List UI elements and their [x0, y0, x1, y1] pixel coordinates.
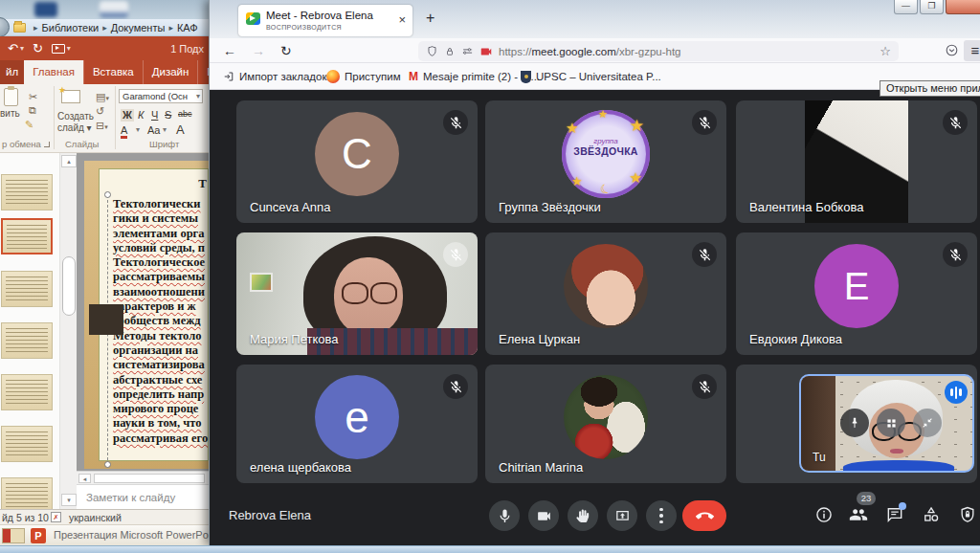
horizontal-scrollbar[interactable]: ◂: [77, 471, 209, 484]
scroll-up-icon[interactable]: ▴: [61, 155, 77, 167]
slide-thumbnail[interactable]: [1, 374, 53, 410]
slide-thumbnail[interactable]: [1, 322, 53, 359]
slide-thumbnail[interactable]: [1, 174, 53, 210]
tab-transitions[interactable]: Переходы: [197, 60, 209, 84]
new-slide-label-1[interactable]: Создать: [57, 111, 94, 122]
slide-thumbnail[interactable]: [1, 271, 53, 307]
apps-layout-button[interactable]: [877, 409, 905, 437]
slide-layout-icon[interactable]: ▤▾: [96, 92, 109, 102]
bookmark-star-icon[interactable]: ☆: [880, 44, 891, 58]
mic-toggle-button[interactable]: [489, 500, 520, 531]
camera-permission-icon[interactable]: [479, 45, 493, 58]
bookmark-getting-started[interactable]: Приступим: [326, 63, 401, 90]
camera-toggle-button[interactable]: [528, 500, 559, 531]
participant-tile-cunceva[interactable]: C Cunceva Anna: [236, 100, 478, 223]
collapse-button[interactable]: [913, 409, 942, 437]
bookmark-upsc[interactable]: UPSC – Universitatea P...: [521, 63, 661, 90]
paste-label[interactable]: вить: [0, 108, 20, 119]
slide-notes-field[interactable]: Заметки к слайду: [77, 484, 209, 509]
selection-handle[interactable]: [104, 461, 111, 468]
language-indicator[interactable]: украинский: [69, 512, 122, 523]
url-text[interactable]: https://meet.google.com/xbr-gzpu-htg: [499, 46, 681, 57]
breadcrumb-item-kaf[interactable]: КАФ: [177, 22, 198, 33]
scrollbar-thumb[interactable]: [62, 256, 76, 316]
participant-tile-chitrian[interactable]: Chitrian Marina: [485, 365, 726, 483]
app-menu-icon[interactable]: ≡: [964, 40, 980, 61]
thumbnail-scrollbar[interactable]: ▴ ▾: [59, 153, 77, 509]
participants-button[interactable]: [849, 505, 868, 524]
font-color-button[interactable]: А: [121, 125, 127, 139]
participant-tile-zvezdochki[interactable]: группа ЗВЁЗДОЧКА ★ ★ ★ ★ ★ ☾ Группа Звёз…: [485, 100, 726, 223]
raise-hand-button[interactable]: [568, 500, 598, 531]
self-view-tile[interactable]: Tu: [736, 365, 977, 483]
change-case-dropdown-icon[interactable]: ▾: [163, 126, 167, 134]
participant-tile-dikova[interactable]: E Евдокия Дикова: [736, 232, 977, 355]
tab-file[interactable]: йл: [0, 60, 24, 84]
explorer-back-button[interactable]: [0, 17, 10, 37]
slide-thumbnail-selected[interactable]: [1, 218, 53, 254]
undo-dropdown-icon[interactable]: ▾: [20, 45, 24, 53]
spellcheck-icon[interactable]: ✗: [51, 512, 61, 522]
tab-close-icon[interactable]: ×: [398, 12, 406, 27]
lock-icon[interactable]: [444, 46, 456, 57]
redo-icon[interactable]: ↻: [33, 42, 43, 55]
present-button[interactable]: [607, 500, 637, 531]
format-painter-icon[interactable]: ✎: [25, 120, 33, 130]
window-maximize-button[interactable]: ❐: [920, 0, 944, 14]
permissions-icon[interactable]: [461, 45, 474, 57]
abc-button[interactable]: abc: [178, 110, 192, 119]
new-tab-button[interactable]: +: [426, 10, 434, 27]
breadcrumb-item-libraries[interactable]: Библиотеки: [42, 22, 100, 33]
tab-playing-status[interactable]: ВОСПРОИЗВОДИТСЯ: [266, 24, 342, 31]
tab-home[interactable]: Главная: [24, 60, 83, 84]
pin-button[interactable]: [840, 409, 869, 437]
reset-slide-icon[interactable]: ↺: [96, 106, 104, 117]
slide-thumbnail[interactable]: [1, 426, 53, 462]
back-button[interactable]: ←: [223, 41, 236, 60]
tracking-shield-icon[interactable]: [426, 45, 438, 57]
forward-button[interactable]: →: [252, 41, 265, 60]
qat-customize-icon[interactable]: ▾: [67, 45, 71, 53]
participant-tile-petkova[interactable]: Мария Петкова: [236, 232, 478, 355]
host-controls-button[interactable]: [958, 505, 977, 524]
explorer-address-bar[interactable]: ▸ Библиотеки ▸ Документы ▸ КАФ: [0, 19, 209, 36]
scrollbar-track[interactable]: [94, 474, 205, 483]
slide-canvas[interactable]: Т Тектологически гики и системы элемента…: [77, 153, 209, 471]
tab-design[interactable]: Дизайн: [143, 60, 198, 84]
reload-button[interactable]: ↻: [280, 41, 292, 60]
grow-font-button[interactable]: А: [176, 123, 185, 136]
window-minimize-button[interactable]: —: [894, 0, 918, 14]
breadcrumb-item-documents[interactable]: Документы: [111, 22, 166, 33]
underline-button[interactable]: Ч: [151, 110, 158, 121]
strikethrough-button[interactable]: S: [165, 110, 171, 121]
self-video[interactable]: Tu: [799, 374, 974, 473]
end-call-button[interactable]: [682, 500, 726, 531]
meeting-info-button[interactable]: [814, 505, 834, 524]
font-color-dropdown-icon[interactable]: ▾: [136, 126, 140, 134]
participant-tile-shcherbakova[interactable]: e елена щербакова: [236, 365, 478, 483]
window-close-button[interactable]: [946, 0, 980, 14]
paste-icon[interactable]: [4, 88, 18, 106]
taskbar-preview-row[interactable]: P Презентация Microsoft PowerPoint: [0, 524, 209, 545]
section-icon[interactable]: ⊟▾: [96, 121, 108, 131]
start-slideshow-icon[interactable]: [52, 44, 65, 54]
pocket-icon[interactable]: [945, 43, 959, 57]
url-bar[interactable]: https://meet.google.com/xbr-gzpu-htg ☆: [418, 41, 899, 61]
participant-tile-bobkova[interactable]: Валентина Бобкова: [736, 100, 977, 223]
copy-icon[interactable]: ⧉: [29, 105, 36, 116]
font-name-combobox[interactable]: Garamond (Осн▾: [119, 89, 203, 103]
slide-text-block[interactable]: Тектологически гики и системы элементами…: [113, 197, 209, 446]
cut-icon[interactable]: ✂: [29, 92, 37, 102]
participant-tile-tsurkan[interactable]: Елена Цуркан: [485, 232, 726, 355]
tab-insert[interactable]: Вставка: [83, 60, 143, 84]
undo-icon[interactable]: ↶: [8, 42, 18, 55]
scroll-down-icon[interactable]: ▾: [61, 494, 77, 506]
new-slide-label-2[interactable]: слайд ▾: [57, 122, 92, 133]
bold-button[interactable]: Ж: [121, 109, 134, 122]
more-options-button[interactable]: [646, 500, 677, 531]
bookmark-import[interactable]: Импорт закладок...: [223, 63, 336, 90]
windows-taskbar-strip[interactable]: [0, 545, 980, 553]
dialog-launcher-icon[interactable]: [44, 142, 50, 147]
scroll-left-icon[interactable]: ◂: [78, 474, 91, 483]
browser-tab-meet[interactable]: Meet - Rebrova Elena ВОСПРОИЗВОДИТСЯ ×: [238, 5, 412, 36]
